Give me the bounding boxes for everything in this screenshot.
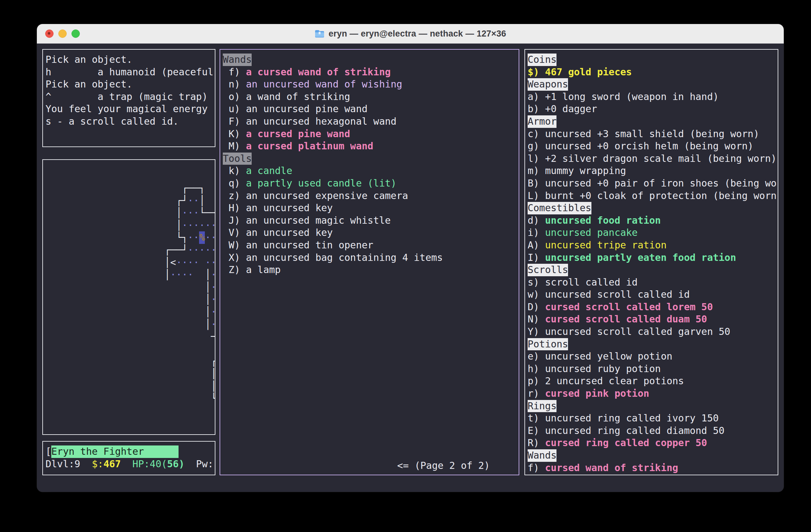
text-segment: ······ xyxy=(182,219,215,232)
terminal-line: │······ xyxy=(165,219,215,232)
terminal-line: J) an uncursed magic whistle xyxy=(223,215,516,227)
text-segment: cursed wand of striking xyxy=(545,462,678,474)
text-segment: └┐ xyxy=(176,231,187,244)
terminal-line: Pick an object. xyxy=(46,53,212,66)
text-segment: B) uncursed +0 pair of iron shoes (being… xyxy=(527,177,777,190)
text-segment: ·· xyxy=(187,231,199,244)
text-segment: z) an uncursed expensive camera xyxy=(223,190,408,202)
terminal-line: │ xyxy=(165,380,215,393)
message-panel: Pick an object.h a humanoid (peacefulPic… xyxy=(42,49,215,147)
text-segment: cursed pink potion xyxy=(545,388,649,400)
text-segment: l) +2 silver dragon scale mail (being wo… xyxy=(527,153,777,165)
text-segment xyxy=(199,256,205,269)
text-segment: ···· xyxy=(176,256,199,269)
terminal-line: s) scroll called id xyxy=(527,276,775,289)
text-segment: I) xyxy=(527,252,545,264)
text-segment: Rings xyxy=(527,400,556,412)
terminal-line: Z) a lamp xyxy=(223,264,516,276)
terminal-line: Coins xyxy=(527,53,775,66)
terminal-line: │· xyxy=(165,281,215,294)
terminal-line: t) uncursed ring called ivory 150 xyxy=(527,412,775,425)
text-segment: ─ xyxy=(211,330,216,343)
text-segment: K) xyxy=(223,128,246,140)
terminal-line: ┌──┘····· xyxy=(165,244,215,256)
text-segment xyxy=(121,458,133,470)
desktop-background: eryn — eryn@electra — nethack — 127×36 P… xyxy=(0,0,811,532)
text-segment: Potions xyxy=(527,338,568,350)
text-segment: │ xyxy=(165,269,170,281)
minimize-button[interactable] xyxy=(58,30,67,38)
text-segment xyxy=(165,281,205,294)
terminal-line: w) uncursed scroll called id xyxy=(527,288,775,301)
terminal-line: I) uncursed partly eaten food ration xyxy=(527,252,775,264)
text-segment: N) xyxy=(527,313,545,326)
terminal-line: Pick an object. xyxy=(46,78,212,91)
text-segment: ····· xyxy=(187,244,215,256)
terminal-line: d) uncursed food ration xyxy=(527,215,775,227)
dungeon-map: ┌──┐ ┌┘··│ │···└── │······ └┐··%··┌──┘··… xyxy=(165,182,215,405)
terminal-line: Scrolls xyxy=(527,264,775,276)
text-segment: │ xyxy=(165,256,170,269)
text-segment: │ xyxy=(205,318,211,331)
terminal-line: ┌──┐ xyxy=(165,182,215,194)
text-segment: │ xyxy=(211,380,216,393)
close-button[interactable] xyxy=(45,30,53,38)
terminal-line: │···· │· xyxy=(165,269,215,281)
fullscreen-button[interactable] xyxy=(72,30,80,38)
terminal-line: u) an uncursed pine wand xyxy=(223,103,516,115)
text-segment: Comestibles xyxy=(527,202,592,215)
terminal-line: A) uncursed tripe ration xyxy=(527,239,775,252)
text-segment: · xyxy=(211,306,216,318)
terminal-line: │· xyxy=(165,306,215,318)
terminal-line: h) uncursed ruby potion xyxy=(527,363,775,375)
text-segment: a partly used candle (lit) xyxy=(246,177,397,190)
message-lines: Pick an object.h a humanoid (peacefulPic… xyxy=(43,50,215,128)
text-segment: Scrolls xyxy=(527,264,568,276)
menu-lines: Wands f) a cursed wand of striking n) an… xyxy=(220,50,519,276)
text-segment: s) scroll called id xyxy=(527,276,638,289)
terminal-line: c) uncursed +3 small shield (being worn) xyxy=(527,128,775,140)
text-segment xyxy=(165,318,205,331)
text-segment: D) xyxy=(527,301,545,313)
inventory-panel: Coins$) 467 gold piecesWeaponsa) +1 long… xyxy=(524,49,778,475)
text-segment: Wands xyxy=(527,449,556,462)
text-segment: 56) xyxy=(167,458,184,470)
terminal-line: Weapons xyxy=(527,78,775,91)
text-segment: · xyxy=(211,281,216,294)
text-segment xyxy=(165,306,205,318)
terminal-line: V) an uncursed key xyxy=(223,226,516,239)
titlebar[interactable]: eryn — eryn@electra — nethack — 127×36 xyxy=(37,24,784,44)
text-segment: └─ xyxy=(211,392,216,405)
terminal-line: Y) uncursed scroll called garven 50 xyxy=(527,326,775,338)
window-controls xyxy=(45,24,80,43)
terminal-line: n) an uncursed wand of wishing xyxy=(223,78,516,91)
text-segment: ···· xyxy=(170,269,193,281)
text-segment: │ xyxy=(176,207,182,219)
text-segment xyxy=(165,330,211,343)
text-segment xyxy=(165,343,170,356)
text-segment: ·· xyxy=(205,256,215,269)
text-segment: n) xyxy=(223,78,246,91)
terminal-content[interactable]: Pick an object.h a humanoid (peacefulPic… xyxy=(37,44,784,492)
terminal-line: p) 2 uncursed clear potions xyxy=(527,375,775,388)
text-segment: Dlvl:9 xyxy=(46,458,92,470)
terminal-line: ─ xyxy=(165,330,215,343)
text-segment: m) mummy wrapping xyxy=(527,165,626,177)
terminal-window: eryn — eryn@electra — nethack — 127×36 P… xyxy=(37,24,784,492)
text-segment: ┌┘ xyxy=(176,194,187,207)
text-segment: b) +0 dagger xyxy=(527,103,597,115)
text-segment: uncursed partly eaten food ration xyxy=(545,252,736,264)
text-segment: ··· xyxy=(182,207,199,219)
status-panel: [Eryn the Fighter Dlvl:9 $:467 HP:40(56)… xyxy=(42,441,215,475)
terminal-line: Wands xyxy=(223,53,516,66)
text-segment: · xyxy=(211,293,216,306)
text-segment: k) xyxy=(223,165,246,177)
text-segment: │ xyxy=(205,293,211,306)
text-segment: │ xyxy=(205,269,211,281)
text-segment xyxy=(165,380,211,393)
text-segment: · xyxy=(211,318,216,331)
terminal-line: │<···· ·· xyxy=(165,256,215,269)
text-segment: c) uncursed +3 small shield (being worn) xyxy=(527,128,759,140)
text-segment: f) xyxy=(527,462,545,474)
terminal-line: ┌┘··│ xyxy=(165,194,215,207)
